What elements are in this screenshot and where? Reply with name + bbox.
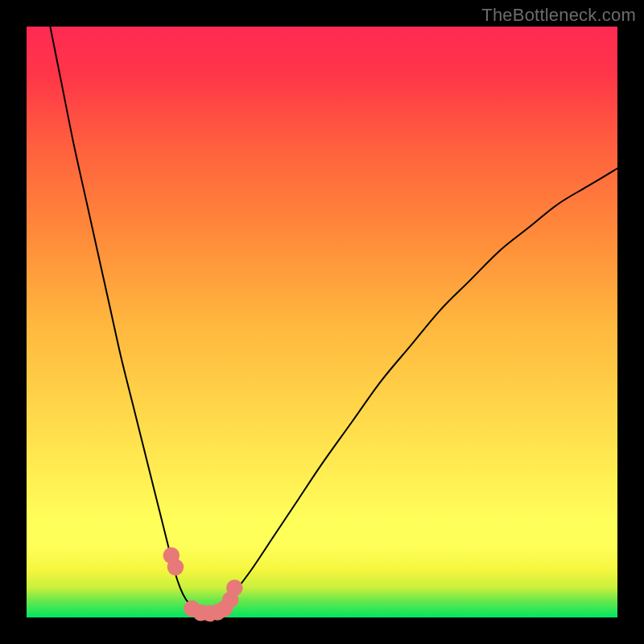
data-marker	[167, 559, 184, 576]
chart-frame: TheBottleneck.com	[0, 0, 644, 644]
watermark-text: TheBottleneck.com	[481, 5, 636, 26]
bottleneck-curve	[50, 27, 617, 615]
marker-group	[163, 547, 243, 621]
data-marker	[226, 580, 243, 597]
curve-layer	[27, 27, 617, 617]
plot-area	[27, 27, 617, 617]
